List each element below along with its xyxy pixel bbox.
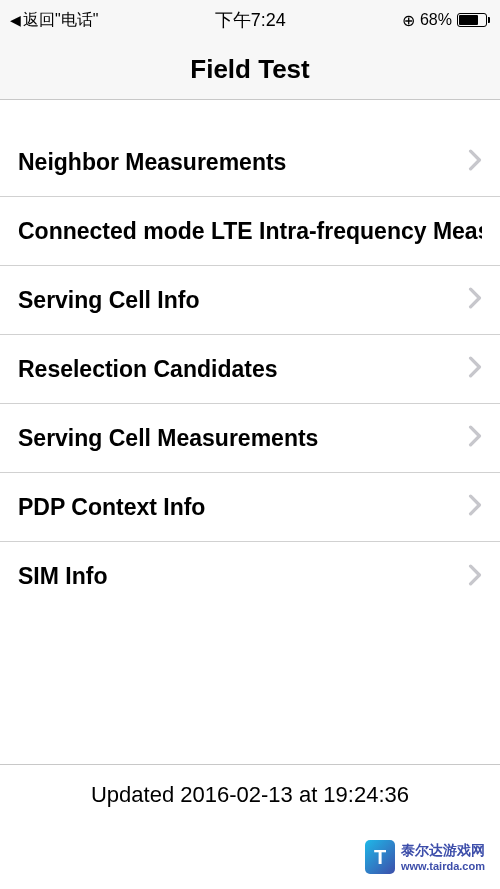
list-item-label: Reselection Candidates <box>18 356 277 383</box>
orientation-lock-icon: ⊕ <box>402 11 415 30</box>
list-item-label: Neighbor Measurements <box>18 149 286 176</box>
list-item-label: PDP Context Info <box>18 494 205 521</box>
chevron-right-icon <box>468 149 482 175</box>
battery-icon <box>457 13 490 27</box>
nav-bar: Field Test <box>0 40 500 100</box>
list-item-connected-mode-lte[interactable]: Connected mode LTE Intra-frequency Meas <box>0 197 500 266</box>
watermark-badge-icon: T <box>365 840 395 874</box>
list-item-label: Serving Cell Info <box>18 287 199 314</box>
back-to-app[interactable]: ◀ 返回"电话" <box>10 10 98 31</box>
watermark: T 泰尔达游戏网 www.tairda.com <box>365 840 485 874</box>
chevron-right-icon <box>468 564 482 590</box>
settings-list: Neighbor Measurements Connected mode LTE… <box>0 128 500 611</box>
back-text: 返回"电话" <box>23 10 98 31</box>
chevron-right-icon <box>468 494 482 520</box>
list-item-sim-info[interactable]: SIM Info <box>0 542 500 611</box>
list-item-label: Connected mode LTE Intra-frequency Meas <box>18 218 482 245</box>
list-item-reselection-candidates[interactable]: Reselection Candidates <box>0 335 500 404</box>
list-item-label: SIM Info <box>18 563 107 590</box>
battery-percent: 68% <box>420 11 452 29</box>
list-item-serving-cell-measurements[interactable]: Serving Cell Measurements <box>0 404 500 473</box>
chevron-right-icon <box>468 287 482 313</box>
updated-text: Updated 2016-02-13 at 19:24:36 <box>91 782 409 808</box>
status-right: ⊕ 68% <box>402 11 490 30</box>
watermark-url: www.tairda.com <box>401 860 485 872</box>
list-item-label: Serving Cell Measurements <box>18 425 318 452</box>
footer: Updated 2016-02-13 at 19:24:36 <box>0 764 500 824</box>
chevron-right-icon <box>468 356 482 382</box>
list-item-pdp-context-info[interactable]: PDP Context Info <box>0 473 500 542</box>
watermark-text-block: 泰尔达游戏网 www.tairda.com <box>401 842 485 872</box>
chevron-right-icon <box>468 425 482 451</box>
back-triangle-icon: ◀ <box>10 12 21 28</box>
page-title: Field Test <box>190 54 309 85</box>
watermark-site: 泰尔达游戏网 <box>401 842 485 860</box>
status-time: 下午7:24 <box>215 8 286 32</box>
list-item-serving-cell-info[interactable]: Serving Cell Info <box>0 266 500 335</box>
status-bar: ◀ 返回"电话" 下午7:24 ⊕ 68% <box>0 0 500 40</box>
list-item-neighbor-measurements[interactable]: Neighbor Measurements <box>0 128 500 197</box>
